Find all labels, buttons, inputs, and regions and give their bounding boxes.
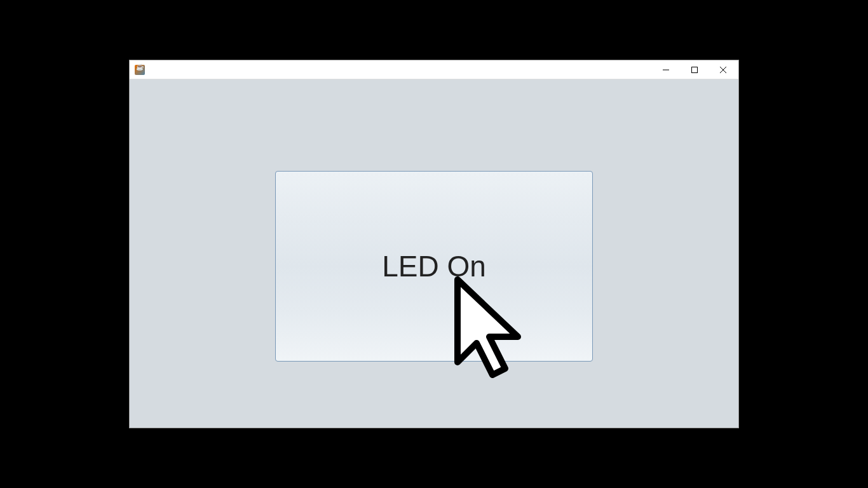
close-icon [720, 67, 726, 73]
titlebar [130, 60, 738, 79]
maximize-icon [691, 67, 698, 73]
close-button[interactable] [709, 60, 737, 79]
window-controls [651, 60, 737, 79]
led-on-button[interactable]: LED On [275, 171, 593, 362]
minimize-icon [663, 67, 669, 73]
maximize-button[interactable] [680, 60, 709, 79]
java-icon [135, 65, 145, 75]
app-window: LED On [129, 60, 739, 428]
minimize-button[interactable] [651, 60, 680, 79]
svg-rect-1 [691, 67, 697, 72]
window-content: LED On [130, 79, 738, 428]
